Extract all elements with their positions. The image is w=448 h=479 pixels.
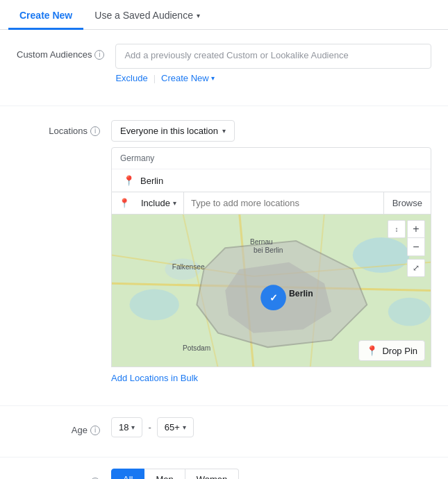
location-type-chevron: ▾	[222, 127, 226, 135]
svg-text:Falkensee: Falkensee	[172, 263, 205, 271]
drop-pin-icon: 📍	[366, 345, 378, 356]
svg-text:✓: ✓	[269, 292, 278, 303]
tab-use-saved-chevron: ▾	[197, 12, 200, 19]
locations-row: Locations i Everyone in this location ▾ …	[17, 120, 431, 383]
age-min-chevron: ▾	[131, 423, 135, 431]
locations-info-icon[interactable]: i	[90, 126, 100, 136]
svg-text:bei Berlin: bei Berlin	[254, 246, 283, 254]
tabs-bar: Create New Use a Saved Audience ▾	[0, 0, 448, 30]
gender-section: Gender i All Men Women	[0, 457, 448, 479]
location-list: Germany 📍 Berlin	[111, 147, 431, 192]
map-scroll-control[interactable]: ↕	[388, 220, 406, 238]
locations-label-wrap: Locations i	[17, 120, 100, 136]
age-controls: 18 ▾ - 65+ ▾	[111, 417, 194, 437]
gender-all-button[interactable]: All	[111, 469, 144, 479]
exclude-button[interactable]: Exclude	[115, 73, 147, 83]
svg-text:Berlin: Berlin	[289, 289, 313, 299]
divider: |	[154, 73, 156, 83]
gender-label-wrap: Gender i	[17, 471, 100, 479]
location-pin-icon: 📍	[123, 175, 135, 186]
tab-create-new-label: Create New	[19, 10, 72, 21]
custom-audiences-section: Custom Audiences i Add a previously crea…	[0, 30, 448, 106]
include-dropdown[interactable]: Include ▾	[134, 192, 184, 214]
age-section: Age i 18 ▾ - 65+ ▾	[0, 406, 448, 457]
age-min-select[interactable]: 18 ▾	[111, 417, 142, 437]
locations-label: Locations	[49, 126, 88, 136]
include-pin-icon: 📍	[112, 192, 134, 214]
locations-content: Everyone in this location ▾ Germany 📍 Be…	[111, 120, 431, 383]
tab-create-new[interactable]: Create New	[8, 0, 83, 30]
map-zoom-out[interactable]: −	[407, 238, 425, 256]
custom-audiences-row: Custom Audiences i Add a previously crea…	[17, 44, 431, 83]
drop-pin-label: Drop Pin	[382, 346, 417, 356]
add-locations-anchor[interactable]: Add Locations in Bulk	[111, 373, 198, 383]
audience-links: Exclude | Create New ▾	[115, 73, 431, 83]
svg-text:Bernau: Bernau	[250, 238, 273, 246]
location-search-input[interactable]	[184, 192, 383, 214]
svg-point-3	[130, 289, 179, 320]
age-max-chevron: ▾	[183, 423, 186, 431]
browse-button[interactable]: Browse	[383, 192, 431, 214]
scroll-icon: ↕	[395, 226, 399, 233]
location-city-name: Berlin	[140, 176, 163, 186]
age-min-value: 18	[119, 422, 128, 432]
custom-audiences-placeholder: Add a previously created Custom or Looka…	[124, 50, 348, 60]
custom-audiences-label-wrap: Custom Audiences i	[17, 44, 104, 60]
drop-pin-button[interactable]: 📍 Drop Pin	[358, 340, 425, 361]
map-zoom-controls: + − ⤢	[407, 220, 425, 277]
custom-audiences-info-icon[interactable]: i	[94, 50, 104, 60]
location-search-bar: 📍 Include ▾ Browse	[111, 192, 431, 215]
age-max-select[interactable]: 65+ ▾	[157, 417, 194, 437]
custom-audiences-input[interactable]: Add a previously created Custom or Looka…	[115, 44, 431, 69]
create-new-chevron: ▾	[211, 74, 215, 82]
locations-section: Locations i Everyone in this location ▾ …	[0, 106, 448, 406]
tab-use-saved[interactable]: Use a Saved Audience ▾	[83, 0, 211, 30]
map-container[interactable]: ✓ Berlin Bernau bei Berlin Falkensee Pot…	[111, 215, 431, 367]
svg-point-2	[388, 298, 431, 326]
include-label: Include	[141, 198, 170, 208]
custom-audiences-label: Custom Audiences	[17, 49, 92, 60]
location-type-label: Everyone in this location	[120, 126, 218, 136]
include-chevron: ▾	[173, 199, 176, 207]
map-zoom-in[interactable]: +	[407, 220, 425, 238]
map-expand[interactable]: ⤢	[407, 259, 425, 277]
gender-row: Gender i All Men Women	[17, 469, 431, 479]
location-type-dropdown[interactable]: Everyone in this location ▾	[111, 120, 235, 142]
age-label-wrap: Age i	[17, 419, 100, 435]
age-max-value: 65+	[165, 422, 180, 432]
age-label: Age	[72, 425, 88, 435]
add-locations-link[interactable]: Add Locations in Bulk	[111, 373, 431, 383]
age-dash: -	[148, 422, 151, 432]
location-city-item: 📍 Berlin	[112, 169, 431, 192]
gender-men-button[interactable]: Men	[144, 469, 185, 479]
tab-use-saved-label: Use a Saved Audience	[94, 10, 193, 21]
gender-women-button[interactable]: Women	[185, 469, 240, 479]
age-row: Age i 18 ▾ - 65+ ▾	[17, 417, 431, 437]
location-country: Germany	[112, 148, 431, 169]
age-info-icon[interactable]: i	[90, 426, 100, 435]
create-new-button[interactable]: Create New ▾	[161, 73, 215, 83]
gender-buttons: All Men Women	[111, 469, 239, 479]
svg-text:Potsdam: Potsdam	[183, 344, 210, 352]
